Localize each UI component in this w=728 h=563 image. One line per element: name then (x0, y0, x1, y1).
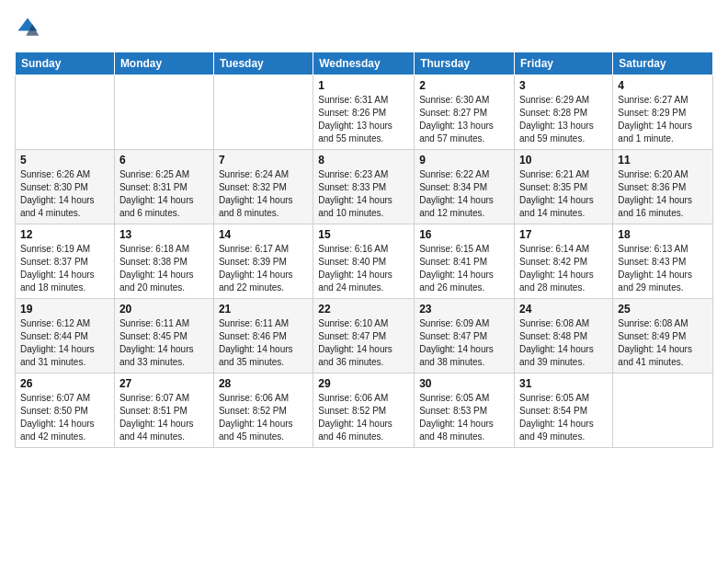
calendar-cell: 15Sunrise: 6:16 AM Sunset: 8:40 PM Dayli… (313, 224, 415, 299)
day-number: 8 (318, 154, 409, 167)
day-of-week-header: Sunday (16, 52, 115, 75)
logo (15, 15, 44, 40)
calendar-cell: 23Sunrise: 6:09 AM Sunset: 8:47 PM Dayli… (415, 299, 515, 373)
calendar-cell: 30Sunrise: 6:05 AM Sunset: 8:53 PM Dayli… (415, 373, 515, 448)
day-info: Sunrise: 6:07 AM Sunset: 8:50 PM Dayligh… (20, 392, 109, 443)
calendar-cell: 9Sunrise: 6:22 AM Sunset: 8:34 PM Daylig… (415, 150, 515, 224)
day-of-week-header: Tuesday (213, 52, 313, 75)
calendar: SundayMondayTuesdayWednesdayThursdayFrid… (15, 52, 713, 448)
day-number: 6 (119, 154, 209, 167)
day-number: 4 (618, 79, 708, 92)
day-info: Sunrise: 6:16 AM Sunset: 8:40 PM Dayligh… (318, 243, 409, 294)
day-number: 22 (318, 303, 409, 316)
day-of-week-header: Friday (515, 52, 613, 75)
day-info: Sunrise: 6:18 AM Sunset: 8:38 PM Dayligh… (119, 243, 209, 294)
day-info: Sunrise: 6:10 AM Sunset: 8:47 PM Dayligh… (318, 317, 409, 369)
day-number: 12 (20, 228, 109, 241)
day-info: Sunrise: 6:05 AM Sunset: 8:53 PM Dayligh… (419, 392, 509, 443)
day-info: Sunrise: 6:07 AM Sunset: 8:51 PM Dayligh… (119, 392, 209, 443)
calendar-cell: 14Sunrise: 6:17 AM Sunset: 8:39 PM Dayli… (213, 224, 313, 299)
day-number: 5 (20, 154, 109, 167)
day-of-week-header: Saturday (613, 52, 713, 75)
day-info: Sunrise: 6:13 AM Sunset: 8:43 PM Dayligh… (618, 243, 708, 294)
calendar-cell: 28Sunrise: 6:06 AM Sunset: 8:52 PM Dayli… (213, 373, 313, 448)
calendar-cell: 5Sunrise: 6:26 AM Sunset: 8:30 PM Daylig… (16, 150, 115, 224)
calendar-cell: 12Sunrise: 6:19 AM Sunset: 8:37 PM Dayli… (16, 224, 115, 299)
calendar-cell: 11Sunrise: 6:20 AM Sunset: 8:36 PM Dayli… (613, 150, 713, 224)
calendar-cell (613, 373, 713, 448)
day-number: 30 (419, 377, 509, 390)
day-number: 7 (219, 154, 308, 167)
day-info: Sunrise: 6:19 AM Sunset: 8:37 PM Dayligh… (20, 243, 109, 294)
calendar-cell: 1Sunrise: 6:31 AM Sunset: 8:26 PM Daylig… (313, 75, 415, 150)
calendar-cell: 31Sunrise: 6:05 AM Sunset: 8:54 PM Dayli… (515, 373, 613, 448)
day-info: Sunrise: 6:31 AM Sunset: 8:26 PM Dayligh… (318, 94, 409, 145)
day-info: Sunrise: 6:26 AM Sunset: 8:30 PM Dayligh… (20, 168, 109, 220)
day-info: Sunrise: 6:21 AM Sunset: 8:35 PM Dayligh… (519, 168, 608, 220)
day-number: 21 (219, 303, 308, 316)
day-info: Sunrise: 6:08 AM Sunset: 8:48 PM Dayligh… (519, 317, 608, 369)
day-of-week-header: Monday (114, 52, 213, 75)
calendar-cell: 3Sunrise: 6:29 AM Sunset: 8:28 PM Daylig… (515, 75, 613, 150)
day-number: 9 (419, 154, 509, 167)
day-info: Sunrise: 6:11 AM Sunset: 8:46 PM Dayligh… (219, 317, 308, 369)
calendar-cell: 18Sunrise: 6:13 AM Sunset: 8:43 PM Dayli… (613, 224, 713, 299)
day-info: Sunrise: 6:17 AM Sunset: 8:39 PM Dayligh… (219, 243, 308, 294)
day-info: Sunrise: 6:12 AM Sunset: 8:44 PM Dayligh… (20, 317, 109, 369)
calendar-cell (114, 75, 213, 150)
calendar-cell: 21Sunrise: 6:11 AM Sunset: 8:46 PM Dayli… (213, 299, 313, 373)
calendar-cell: 24Sunrise: 6:08 AM Sunset: 8:48 PM Dayli… (515, 299, 613, 373)
logo-icon (15, 15, 40, 40)
calendar-cell (213, 75, 313, 150)
day-number: 20 (119, 303, 209, 316)
calendar-cell: 13Sunrise: 6:18 AM Sunset: 8:38 PM Dayli… (114, 224, 213, 299)
calendar-cell: 7Sunrise: 6:24 AM Sunset: 8:32 PM Daylig… (213, 150, 313, 224)
day-info: Sunrise: 6:06 AM Sunset: 8:52 PM Dayligh… (219, 392, 308, 443)
day-number: 17 (519, 228, 608, 241)
calendar-cell: 10Sunrise: 6:21 AM Sunset: 8:35 PM Dayli… (515, 150, 613, 224)
day-number: 14 (219, 228, 308, 241)
calendar-header-row: SundayMondayTuesdayWednesdayThursdayFrid… (16, 52, 713, 75)
day-info: Sunrise: 6:05 AM Sunset: 8:54 PM Dayligh… (519, 392, 608, 443)
calendar-cell: 16Sunrise: 6:15 AM Sunset: 8:41 PM Dayli… (415, 224, 515, 299)
day-number: 1 (318, 79, 409, 92)
calendar-cell: 27Sunrise: 6:07 AM Sunset: 8:51 PM Dayli… (114, 373, 213, 448)
day-number: 26 (20, 377, 109, 390)
day-info: Sunrise: 6:15 AM Sunset: 8:41 PM Dayligh… (419, 243, 509, 294)
day-number: 31 (519, 377, 608, 390)
day-info: Sunrise: 6:22 AM Sunset: 8:34 PM Dayligh… (419, 168, 509, 220)
day-info: Sunrise: 6:08 AM Sunset: 8:49 PM Dayligh… (618, 317, 708, 369)
day-info: Sunrise: 6:09 AM Sunset: 8:47 PM Dayligh… (419, 317, 509, 369)
calendar-cell: 6Sunrise: 6:25 AM Sunset: 8:31 PM Daylig… (114, 150, 213, 224)
day-number: 11 (618, 154, 708, 167)
day-number: 23 (419, 303, 509, 316)
day-number: 3 (519, 79, 608, 92)
calendar-cell: 19Sunrise: 6:12 AM Sunset: 8:44 PM Dayli… (16, 299, 115, 373)
calendar-week-row: 1Sunrise: 6:31 AM Sunset: 8:26 PM Daylig… (16, 75, 713, 150)
day-number: 19 (20, 303, 109, 316)
calendar-cell: 17Sunrise: 6:14 AM Sunset: 8:42 PM Dayli… (515, 224, 613, 299)
day-number: 25 (618, 303, 708, 316)
day-info: Sunrise: 6:29 AM Sunset: 8:28 PM Dayligh… (519, 94, 608, 145)
day-of-week-header: Thursday (415, 52, 515, 75)
page-header (15, 15, 713, 40)
calendar-cell: 22Sunrise: 6:10 AM Sunset: 8:47 PM Dayli… (313, 299, 415, 373)
day-info: Sunrise: 6:30 AM Sunset: 8:27 PM Dayligh… (419, 94, 509, 145)
day-number: 13 (119, 228, 209, 241)
day-number: 15 (318, 228, 409, 241)
day-number: 24 (519, 303, 608, 316)
calendar-week-row: 26Sunrise: 6:07 AM Sunset: 8:50 PM Dayli… (16, 373, 713, 448)
calendar-cell: 20Sunrise: 6:11 AM Sunset: 8:45 PM Dayli… (114, 299, 213, 373)
day-number: 16 (419, 228, 509, 241)
day-number: 29 (318, 377, 409, 390)
day-number: 28 (219, 377, 308, 390)
day-info: Sunrise: 6:25 AM Sunset: 8:31 PM Dayligh… (119, 168, 209, 220)
day-info: Sunrise: 6:27 AM Sunset: 8:29 PM Dayligh… (618, 94, 708, 145)
day-number: 18 (618, 228, 708, 241)
calendar-cell: 2Sunrise: 6:30 AM Sunset: 8:27 PM Daylig… (415, 75, 515, 150)
calendar-cell: 4Sunrise: 6:27 AM Sunset: 8:29 PM Daylig… (613, 75, 713, 150)
calendar-cell: 8Sunrise: 6:23 AM Sunset: 8:33 PM Daylig… (313, 150, 415, 224)
calendar-week-row: 5Sunrise: 6:26 AM Sunset: 8:30 PM Daylig… (16, 150, 713, 224)
day-info: Sunrise: 6:14 AM Sunset: 8:42 PM Dayligh… (519, 243, 608, 294)
day-info: Sunrise: 6:06 AM Sunset: 8:52 PM Dayligh… (318, 392, 409, 443)
